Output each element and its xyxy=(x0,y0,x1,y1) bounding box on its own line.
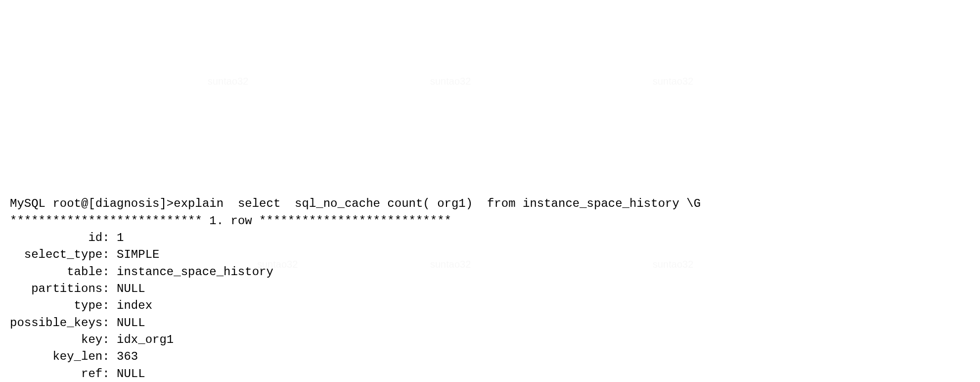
field-value: idx_org1 xyxy=(117,333,174,346)
prompt: MySQL root@[diagnosis]> xyxy=(10,197,174,210)
explain-row-type: type: index xyxy=(10,297,970,314)
explain-row-ref: ref: NULL xyxy=(10,366,970,382)
row-separator: *************************** 1. row *****… xyxy=(10,213,970,230)
field-value: SIMPLE xyxy=(117,248,159,261)
command-line[interactable]: MySQL root@[diagnosis]>explain select sq… xyxy=(10,195,970,212)
field-value: index xyxy=(117,299,152,312)
field-label: select_type xyxy=(10,246,102,263)
field-label: key_len xyxy=(10,348,102,365)
explain-row-possible_keys: possible_keys: NULL xyxy=(10,315,970,332)
explain-row-select_type: select_type: SIMPLE xyxy=(10,246,970,263)
field-label: id xyxy=(10,230,102,246)
explain-row-partitions: partitions: NULL xyxy=(10,281,970,297)
command-text: explain select sql_no_cache count( org1)… xyxy=(174,197,701,210)
field-label: table xyxy=(10,264,102,281)
field-label: key xyxy=(10,332,102,348)
explain-row-key: key: idx_org1 xyxy=(10,332,970,348)
explain-row-key_len: key_len: 363 xyxy=(10,348,970,365)
field-value: instance_space_history xyxy=(117,265,273,279)
field-value: 1 xyxy=(117,231,124,244)
field-value: NULL xyxy=(117,367,145,381)
explain-row-table: table: instance_space_history xyxy=(10,264,970,281)
field-label: ref xyxy=(10,366,102,382)
field-label: possible_keys xyxy=(10,315,102,332)
field-value: NULL xyxy=(117,316,145,330)
field-label: partitions xyxy=(10,281,102,297)
field-value: 363 xyxy=(117,350,138,363)
field-value: NULL xyxy=(117,282,145,295)
explain-row-id: id: 1 xyxy=(10,230,970,246)
field-label: type xyxy=(10,297,102,314)
